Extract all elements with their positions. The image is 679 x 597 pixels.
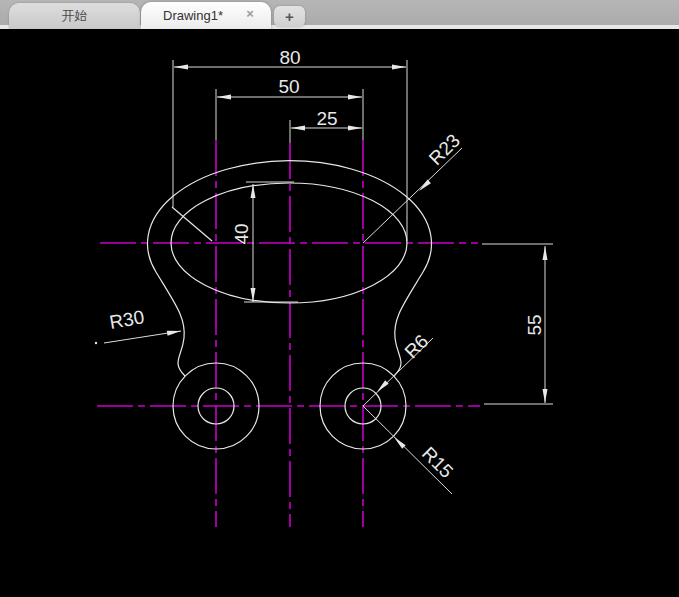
centerlines[interactable]	[97, 140, 480, 527]
r23-label[interactable]: R23	[425, 130, 464, 169]
left-side-fillet[interactable]	[156, 272, 185, 376]
radius-r30[interactable]: R30	[104, 306, 181, 343]
tab-start[interactable]: 开始	[9, 3, 140, 29]
tab-drawing1-label: Drawing1*	[163, 8, 223, 23]
radius-r23[interactable]: R23	[363, 130, 464, 243]
radius-r6[interactable]: R6	[363, 330, 433, 406]
dim-50-label[interactable]: 50	[278, 76, 299, 97]
stray-point	[95, 342, 97, 344]
cad-application-window: 开始 Drawing1* × +	[0, 0, 679, 597]
close-icon[interactable]: ×	[243, 7, 257, 21]
drawing-viewport[interactable]: 80 50 25 40	[0, 29, 679, 597]
dimension-25[interactable]: 25	[291, 108, 362, 131]
dimension-55[interactable]: 55	[524, 246, 548, 403]
construction-line[interactable]	[172, 207, 212, 241]
right-side-fillet[interactable]	[394, 272, 423, 376]
drawing-tab-bar: 开始 Drawing1* × +	[0, 0, 679, 29]
tab-start-label: 开始	[62, 7, 88, 25]
dim-55-label[interactable]: 55	[524, 314, 545, 335]
r15-label[interactable]: R15	[418, 443, 457, 482]
dimension-40[interactable]: 40	[231, 184, 256, 302]
dim-25-label[interactable]: 25	[316, 108, 337, 129]
dim-80-label[interactable]: 80	[279, 47, 300, 68]
drawing-canvas[interactable]: 80 50 25 40	[0, 29, 679, 597]
plus-icon: +	[285, 8, 294, 25]
dimension-50[interactable]: 50	[217, 76, 362, 100]
dim-40-label[interactable]: 40	[231, 223, 252, 244]
new-tab-button[interactable]: +	[274, 6, 305, 27]
r6-label[interactable]: R6	[400, 330, 432, 362]
r30-label[interactable]: R30	[108, 306, 146, 333]
radius-r15[interactable]: R15	[363, 406, 457, 494]
tab-drawing1[interactable]: Drawing1* ×	[141, 2, 271, 29]
dimension-80[interactable]: 80	[174, 47, 406, 70]
